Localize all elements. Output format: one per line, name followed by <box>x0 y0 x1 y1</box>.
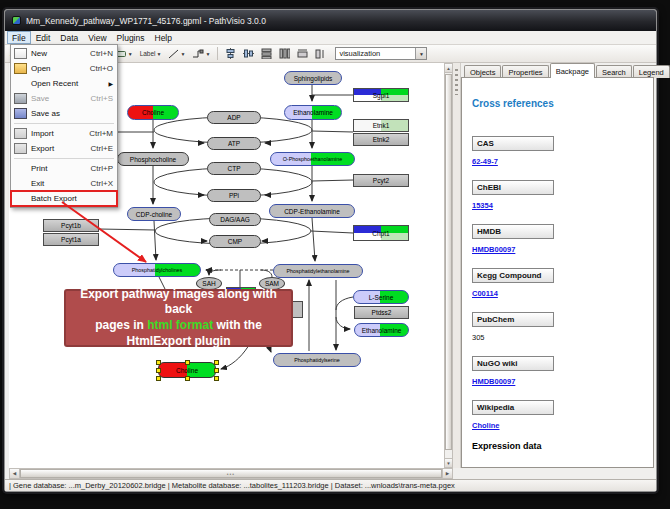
pathway-node-dag-aag[interactable]: DAG/AAG <box>209 213 261 226</box>
file-menu-item-batch-export[interactable]: Batch Export <box>11 191 117 206</box>
menu-plugins[interactable]: Plugins <box>112 31 150 44</box>
xref-section-chebi: ChEBI15354 <box>472 180 653 210</box>
node-label: CTP <box>228 165 241 172</box>
pathway-node-ctp[interactable]: CTP <box>207 162 261 175</box>
xref-link[interactable]: HMDB00097 <box>472 377 653 386</box>
node-label: Chpt1 <box>372 230 389 237</box>
file-menu-item-import[interactable]: ImportCtrl+M <box>11 126 117 141</box>
pathway-node-choline-selected[interactable]: Choline <box>158 362 216 378</box>
pathway-node-pcyt2[interactable]: Pcyt2 <box>353 174 409 187</box>
menu-item-label: Open <box>31 64 82 73</box>
node-label: Choline <box>142 109 164 116</box>
node-label: L-Serine <box>369 294 394 301</box>
file-menu-item-open[interactable]: OpenCtrl+O <box>11 61 117 76</box>
xref-link[interactable]: 15354 <box>472 201 653 210</box>
menu-item-label: Import <box>31 129 81 138</box>
pathway-node-choline-top[interactable]: Choline <box>127 105 179 120</box>
annotation-line3: HtmlExport plugin <box>127 334 231 348</box>
file-menu-item-print[interactable]: PrintCtrl+P <box>11 161 117 176</box>
cross-references-heading: Cross references <box>472 98 653 109</box>
menu-item-label: Exit <box>31 179 83 188</box>
menu-help[interactable]: Help <box>150 31 177 44</box>
distribute-vertical-button[interactable] <box>259 47 274 61</box>
file-menu-item-new[interactable]: NewCtrl+N <box>11 46 117 61</box>
menu-edit[interactable]: Edit <box>31 31 56 44</box>
pathway-node-chpt1[interactable]: Chpt1 <box>353 225 409 241</box>
scroll-down-icon[interactable]: ▼ <box>445 458 452 467</box>
pathway-node-ethanolamine-bottom[interactable]: Ethanolamine <box>354 323 409 337</box>
align-center-x-button[interactable] <box>223 47 238 61</box>
visualization-combobox[interactable]: visualization ▼ <box>335 47 427 60</box>
align-center-y-button[interactable] <box>241 47 256 61</box>
menu-item-label: Open Recent <box>31 79 100 88</box>
selection-handle[interactable] <box>185 360 190 365</box>
panel-splitter[interactable] <box>453 63 461 468</box>
label-tool-button[interactable]: Label ▼ <box>138 47 164 61</box>
file-menu-item-exit[interactable]: ExitCtrl+X <box>11 176 117 191</box>
common-width-icon <box>315 49 326 59</box>
node-label: CDP-Ethanolamine <box>284 208 340 215</box>
pathway-node-l-serine[interactable]: L-Serine <box>353 290 409 304</box>
file-menu-item-export[interactable]: ExportCtrl+E <box>11 141 117 156</box>
sidebar-panel: ObjectsPropertiesBackpageSearchLegend Cr… <box>461 63 654 468</box>
pathway-node-sgpl1[interactable]: Sgpl1 <box>353 88 409 102</box>
pathway-node-phosphatidylcholines[interactable]: Phosphatidylcholines <box>113 263 201 277</box>
xref-link[interactable]: C00114 <box>472 289 653 298</box>
menu-data[interactable]: Data <box>55 31 83 44</box>
pathway-node-etnk2[interactable]: Etnk2 <box>353 133 409 146</box>
pathway-node-pcyt1b[interactable]: Pcyt1b <box>43 219 99 232</box>
pathway-node-cdp-choline[interactable]: CDP-choline <box>127 207 181 221</box>
menu-file[interactable]: File <box>7 31 31 44</box>
pathway-node-o-phosphoethanolamine[interactable]: O-Phosphoethanolamine <box>270 152 355 166</box>
pathway-node-ethanolamine-top[interactable]: Ethanolamine <box>284 105 342 120</box>
menu-item-shortcut: Ctrl+S <box>91 94 113 103</box>
tab-backpage[interactable]: Backpage <box>550 63 595 78</box>
xref-link[interactable]: Choline <box>472 421 653 430</box>
xref-link[interactable]: HMDB00097 <box>472 245 653 254</box>
pathway-node-cmp[interactable]: CMP <box>209 235 261 248</box>
distribute-horizontal-button[interactable] <box>277 47 292 61</box>
selection-handle[interactable] <box>214 360 219 365</box>
no-icon <box>14 163 27 174</box>
canvas-horizontal-scrollbar[interactable]: ◀ ••• ▶ <box>9 468 453 479</box>
file-menu-item-open-recent[interactable]: Open Recent▶ <box>11 76 117 91</box>
scroll-left-icon[interactable]: ◀ <box>10 469 20 478</box>
selection-handle[interactable] <box>214 368 219 373</box>
common-width-button[interactable] <box>313 47 328 61</box>
vertical-scroll-thumb[interactable] <box>445 74 452 450</box>
pathway-node-phosphocholine[interactable]: Phosphocholine <box>117 152 189 166</box>
xref-link[interactable]: 62-49-7 <box>472 157 653 166</box>
pathway-node-phosphatidylserine[interactable]: Phosphatidylserine <box>273 353 361 367</box>
pathway-node-ptdss2[interactable]: Ptdss2 <box>354 306 409 319</box>
pathway-node-pcyt1a[interactable]: Pcyt1a <box>43 233 99 246</box>
file-menu-item-save[interactable]: SaveCtrl+S <box>11 91 117 106</box>
xref-database-name: ChEBI <box>472 180 554 195</box>
pathway-node-etnk1[interactable]: Etnk1 <box>353 119 409 132</box>
selection-handle[interactable] <box>156 376 161 381</box>
pathway-node-phosphatidylethanolamine[interactable]: Phosphatidylethanolamine <box>273 264 363 278</box>
menu-view[interactable]: View <box>83 31 111 44</box>
pathway-node-ppi[interactable]: PPi <box>207 189 261 202</box>
chevron-down-icon[interactable]: ▼ <box>415 48 426 59</box>
connector-tool-button[interactable]: ▼ <box>190 47 212 61</box>
selection-handle[interactable] <box>185 376 190 381</box>
line-tool-button[interactable]: ▼ <box>166 47 187 61</box>
horizontal-scroll-thumb[interactable]: ••• <box>20 469 442 478</box>
xref-value: 305 <box>472 333 653 342</box>
selection-handle[interactable] <box>156 368 161 373</box>
file-menu-item-save-as[interactable]: Save as <box>11 106 117 121</box>
canvas-vertical-scrollbar[interactable]: ▲ ▼ <box>444 63 453 468</box>
menu-item-label: New <box>31 49 82 58</box>
menu-item-shortcut: Ctrl+N <box>90 49 113 58</box>
scroll-right-icon[interactable]: ▶ <box>442 469 452 478</box>
selection-handle[interactable] <box>214 376 219 381</box>
common-height-button[interactable] <box>295 47 310 61</box>
pathway-node-atp[interactable]: ATP <box>207 137 261 150</box>
node-label: DAG/AAG <box>220 216 250 223</box>
annotation-line1: Export pathway images along with back <box>80 287 277 317</box>
scroll-up-icon[interactable]: ▲ <box>445 64 452 73</box>
pathway-node-cdp-ethanolamine[interactable]: CDP-Ethanolamine <box>269 204 355 218</box>
pathway-node-sphingolipids[interactable]: Sphingolipids <box>284 71 342 85</box>
selection-handle[interactable] <box>156 360 161 365</box>
pathway-node-adp[interactable]: ADP <box>207 111 261 124</box>
